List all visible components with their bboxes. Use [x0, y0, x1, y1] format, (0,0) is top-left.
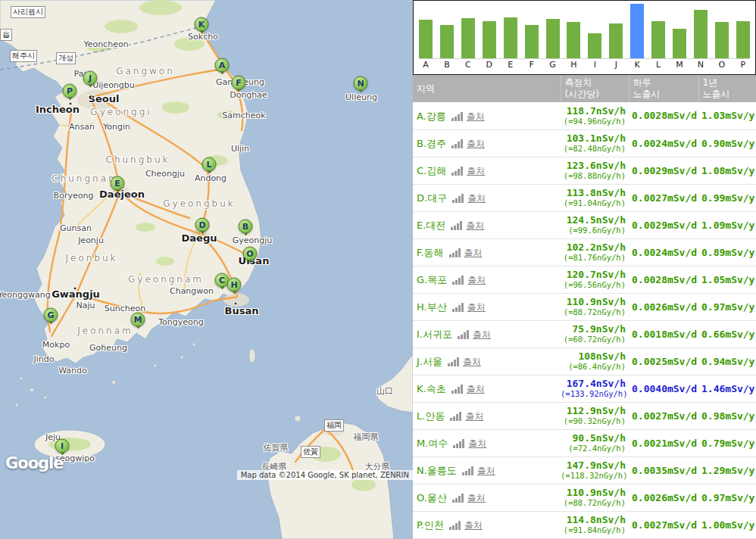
daily-exposure-value: 0.0028mSv/d [629, 266, 698, 293]
region-name: F.동해 [417, 247, 444, 258]
region-cell: H.부산출처 [413, 293, 561, 320]
icon-bar [461, 494, 464, 503]
map-marker-G[interactable]: G [44, 308, 58, 322]
source-link[interactable]: 출처 [467, 302, 486, 313]
map-marker-D[interactable]: D [195, 218, 210, 232]
source-link[interactable]: 출처 [467, 493, 486, 503]
map-marker-E[interactable]: E [111, 176, 125, 191]
chart-bar-N [694, 10, 708, 58]
region-row: P.인천출처114.8nSv/h(=91.84nGy/h)0.0027mSv/d… [413, 511, 756, 538]
icon-bar [458, 521, 461, 530]
chart-bar-D [483, 21, 496, 58]
source-link[interactable]: 출처 [467, 193, 486, 204]
region-cell: C.김해출처 [413, 157, 561, 184]
map-marker-H[interactable]: H [227, 278, 242, 292]
icon-bar [455, 198, 458, 203]
map-marker-L[interactable]: L [202, 157, 217, 172]
bar-chart-icon [453, 439, 464, 448]
map-marker-P[interactable]: P [63, 84, 77, 98]
map-marker-K[interactable]: K [195, 17, 209, 32]
measurement-per-hour-gray: (=86.4nGy/h) [561, 362, 626, 372]
icon-bar [449, 527, 451, 530]
icon-bar [461, 276, 464, 285]
chart-axis-label-F: F [525, 60, 539, 70]
source-link[interactable]: 출처 [467, 166, 485, 176]
icon-bar [458, 336, 460, 339]
source-link[interactable]: 출처 [466, 220, 484, 231]
icon-bar [448, 363, 450, 366]
source-link[interactable]: 출처 [467, 139, 485, 149]
map-marker-F[interactable]: F [232, 76, 246, 90]
chart-bar-P [736, 21, 750, 58]
chart-bar-G [546, 19, 560, 58]
source-link[interactable]: 출처 [477, 466, 495, 476]
measurement-cell: 113.8nSv/h(=91.04nGy/h) [561, 184, 629, 211]
icon-bar [458, 196, 461, 203]
region-row: D.대구출처113.8nSv/h(=91.04nGy/h)0.0027mSv/d… [413, 184, 756, 211]
daily-exposure-value: 0.0035mSv/d [629, 456, 698, 484]
map-marker-M[interactable]: M [131, 313, 145, 327]
icon-bar [458, 305, 461, 312]
map-marker-O[interactable]: O [243, 247, 258, 261]
measurement-per-hour-gray: (=88.72nGy/h) [561, 307, 626, 317]
region-row: N.울릉도출처147.9nSv/h(=118.32nGy/h)0.0035mSv… [413, 456, 756, 484]
source-link[interactable]: 출처 [467, 111, 485, 122]
source-link[interactable]: 출처 [463, 357, 481, 367]
source-link[interactable]: 출처 [465, 411, 483, 422]
col-header-region: 지역 [413, 75, 561, 102]
measurement-cell: 110.9nSv/h(=88.72nGy/h) [561, 484, 629, 511]
bar-chart-icon [452, 303, 464, 312]
region-name: C.김해 [417, 165, 446, 176]
icon-bar [451, 391, 454, 394]
bar-chart-icon [451, 221, 462, 230]
icon-bar [461, 139, 463, 148]
yearly-exposure-value: 1.08mSv/y [698, 157, 756, 184]
map-marker-I[interactable]: I [55, 439, 70, 453]
source-link[interactable]: 출처 [467, 384, 485, 394]
radiation-monitor-app: 사리원시읍해주시개성YeoncheonSokchoPajuUijeongbuSe… [0, 0, 756, 539]
radiation-bar-chart: ABCDEFGHIJKLMNOP [413, 0, 756, 75]
icon-bar [452, 525, 455, 530]
daily-exposure-value: 0.0018mSv/d [629, 320, 698, 347]
source-link[interactable]: 출처 [468, 438, 486, 449]
korea-map[interactable]: 사리원시읍해주시개성YeoncheonSokchoPajuUijeongbuSe… [0, 0, 413, 539]
icon-bar [451, 145, 454, 148]
icon-bar [455, 498, 458, 503]
yearly-exposure-value: 0.89mSv/y [698, 238, 756, 266]
icon-bar [459, 441, 461, 448]
region-cell: J.서울출처 [413, 347, 561, 375]
icon-bar [455, 171, 457, 176]
chart-axis-label-I: I [588, 60, 601, 70]
measurement-cell: 110.9nSv/h(=88.72nGy/h) [561, 293, 629, 320]
source-link[interactable]: 출처 [464, 520, 483, 531]
region-cell: I.서귀포출처 [413, 320, 561, 347]
measurement-per-hour-gray: (=91.04nGy/h) [561, 198, 626, 208]
measurement-per-hour-gray: (=60.72nGy/h) [561, 335, 626, 344]
chart-bar-A [419, 20, 433, 58]
icon-bar [452, 200, 455, 203]
region-cell: M.여수출처 [413, 429, 561, 456]
bar-chart-icon [450, 412, 461, 421]
region-name: E.대전 [417, 220, 445, 231]
source-link[interactable]: 출처 [473, 329, 491, 340]
icon-bar [456, 444, 458, 448]
chart-bar-C [461, 18, 475, 58]
chart-axis-label-E: E [504, 60, 517, 70]
daily-exposure-value: 0.0027mSv/d [629, 511, 698, 538]
measurement-cell: 90.5nSv/h(=72.4nGy/h) [561, 429, 629, 456]
measurement-cell: 112.9nSv/h(=90.32nGy/h) [561, 402, 629, 429]
region-row: M.여수출처90.5nSv/h(=72.4nGy/h)0.0021mSv/d0.… [413, 429, 756, 456]
measurement-per-hour-gray: (=82.48nGy/h) [561, 144, 626, 154]
icon-bar [449, 254, 451, 257]
map-marker-B[interactable]: B [239, 220, 253, 234]
measurement-per-hour: 167.4nSv/h [561, 378, 626, 389]
source-link[interactable]: 출처 [467, 275, 486, 285]
measurement-per-hour-gray: (=88.72nGy/h) [561, 498, 626, 508]
measurement-per-hour: 75.9nSv/h [561, 323, 626, 335]
map-marker-J[interactable]: J [83, 71, 98, 86]
yearly-exposure-value: 1.03mSv/y [698, 102, 756, 129]
map-marker-A[interactable]: A [215, 58, 230, 73]
source-link[interactable]: 출처 [464, 248, 483, 258]
map-marker-N[interactable]: N [354, 76, 368, 91]
daily-exposure-value: 0.0024mSv/d [629, 238, 698, 266]
